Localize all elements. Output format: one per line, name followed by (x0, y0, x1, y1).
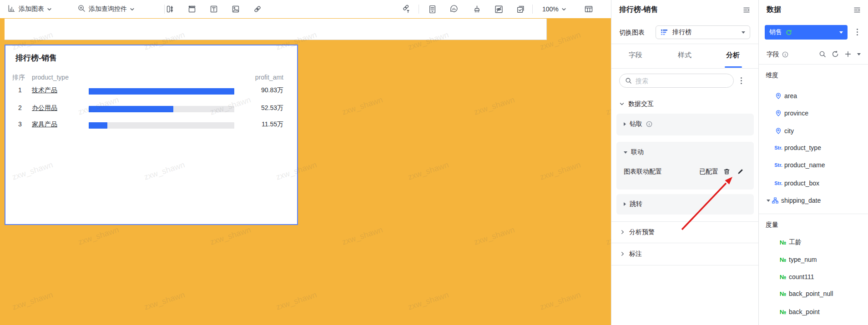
caret-down-icon[interactable] (767, 200, 770, 202)
refresh-icon[interactable] (832, 50, 839, 58)
hide-component-button[interactable] (493, 4, 504, 15)
dashboard-canvas[interactable]: 排行榜-销售 排序 product_type profit_amt 1 技术产品… (0, 18, 611, 325)
linkage-filter-button[interactable] (401, 4, 412, 15)
data-interaction-label: 数据交互 (628, 100, 654, 108)
magnifier-plus-icon (77, 4, 86, 14)
rank-number: 2 (15, 104, 25, 111)
jump-expander[interactable]: 跳转 (616, 194, 754, 208)
active-tab-underline (725, 66, 742, 68)
add-chart-button[interactable]: 添加图表 (7, 0, 52, 18)
field-name: province (784, 110, 808, 117)
config-tabs: 字段 样式 分析 (611, 47, 758, 68)
numeric-type-icon: № (778, 309, 788, 315)
delete-linkage-button[interactable] (723, 168, 730, 176)
web-component-button[interactable] (252, 4, 263, 15)
drill-expander[interactable]: 钻取 (616, 114, 754, 128)
search-icon (625, 77, 632, 84)
dimension-field-item[interactable]: Str. product_type (759, 142, 868, 154)
clear-canvas-button[interactable] (471, 4, 482, 15)
dimension-field-item[interactable]: shipping_date (759, 195, 868, 206)
watermark-text: zxw_shawn (11, 290, 54, 312)
dimension-field-item[interactable]: province (759, 107, 868, 119)
grid-panel-button[interactable] (583, 4, 594, 15)
configured-badge[interactable]: 已配置 (699, 168, 718, 176)
add-query-control-label: 添加查询控件 (89, 5, 127, 13)
string-type-icon: Str. (773, 180, 783, 186)
chevron-down-icon (47, 7, 52, 12)
tab-analysis[interactable]: 分析 (726, 51, 740, 60)
toolbar-divider (419, 5, 419, 14)
dimension-field-item[interactable]: city (759, 125, 868, 137)
measure-field-item[interactable]: № count111 (759, 271, 868, 283)
divider (611, 68, 758, 69)
watermark-text: zxw_shawn (407, 290, 450, 312)
caret-down-icon[interactable] (857, 53, 861, 55)
chart-type-select[interactable]: 排行榜 (656, 25, 750, 39)
collapse-panel-button[interactable] (742, 6, 751, 16)
zoom-level-value: 100% (542, 5, 559, 13)
table-panel-icon (584, 4, 594, 14)
memo-button[interactable] (427, 4, 438, 15)
search-input[interactable] (636, 77, 713, 85)
more-options-button[interactable] (741, 77, 742, 84)
pencil-icon (737, 168, 744, 175)
ranking-row: 1 技术产品 90.83万 (5, 86, 297, 97)
text-component-button[interactable] (208, 4, 219, 15)
field-name: 工龄 (789, 238, 802, 246)
analysis-alert-section[interactable]: 分析预警 (611, 221, 758, 243)
linkage-label: 联动 (631, 148, 644, 156)
bar-fill (89, 106, 173, 112)
data-interaction-section[interactable]: 数据交互 (619, 100, 654, 108)
measure-field-item[interactable]: № back_point (759, 306, 868, 318)
measure-field-item[interactable]: № back_point_null (759, 288, 868, 300)
field-name: back_point_null (789, 290, 833, 297)
add-query-control-button[interactable]: 添加查询控件 (77, 0, 135, 18)
component-filter-button[interactable] (165, 4, 176, 15)
batch-select-button[interactable] (515, 4, 526, 15)
ranking-chart-card[interactable]: 排行榜-销售 排序 product_type profit_amt 1 技术产品… (5, 45, 298, 225)
field-name: product_type (784, 144, 821, 151)
partial-component-above[interactable] (5, 19, 547, 40)
watermark-text: zxw_shawn (605, 225, 611, 247)
dataset-select[interactable]: 销售 (765, 25, 848, 40)
annotation-section[interactable]: 标注 (611, 243, 758, 265)
tab-fields[interactable]: 字段 (629, 51, 642, 60)
category-link[interactable]: 家具产品 (32, 120, 57, 129)
media-component-button[interactable] (230, 4, 241, 15)
dimension-field-item[interactable]: Str. product_name (759, 159, 868, 171)
insight-comment-button[interactable] (449, 4, 459, 15)
toolbar-divider (532, 5, 533, 14)
watermark-text: zxw_shawn (77, 225, 120, 247)
category-link[interactable]: 技术产品 (32, 86, 57, 95)
numeric-type-icon: № (778, 274, 788, 280)
dataset-more-button[interactable] (857, 29, 858, 35)
zoom-level-select[interactable]: 100% (542, 0, 566, 18)
field-name: count111 (789, 273, 814, 280)
edit-linkage-button[interactable] (737, 168, 744, 176)
measure-field-item[interactable]: № type_num (759, 254, 868, 265)
measures-label: 度量 (766, 221, 778, 229)
watermark-text: zxw_shawn (473, 95, 516, 117)
watermark-text: zxw_shawn (275, 290, 318, 312)
watermark-text: zxw_shawn (539, 160, 582, 182)
row-value: 11.55万 (262, 120, 283, 129)
watermark-text: zxw_shawn (605, 95, 611, 117)
search-icon[interactable] (819, 50, 826, 58)
plus-icon[interactable] (844, 50, 852, 58)
numeric-type-icon: № (778, 290, 788, 297)
linkage-expander[interactable]: 联动 (616, 142, 754, 156)
measure-field-item[interactable]: № 工龄 (759, 236, 868, 248)
tab-style[interactable]: 样式 (678, 51, 691, 60)
dimension-field-item[interactable]: area (759, 90, 868, 102)
analysis-search-box[interactable] (619, 74, 734, 88)
tab-component-button[interactable] (187, 4, 197, 15)
collapse-panel-button[interactable] (853, 6, 861, 16)
chevron-down-icon (130, 7, 135, 12)
image-icon (231, 5, 240, 14)
category-link[interactable]: 办公用品 (32, 104, 57, 112)
ranking-row: 2 办公用品 52.53万 (5, 104, 297, 115)
field-name: product_name (784, 161, 825, 169)
field-name: type_num (789, 256, 817, 263)
linkage-config-row: 图表联动配置 已配置 (624, 168, 748, 179)
dimension-field-item[interactable]: Str. product_box (759, 177, 868, 189)
